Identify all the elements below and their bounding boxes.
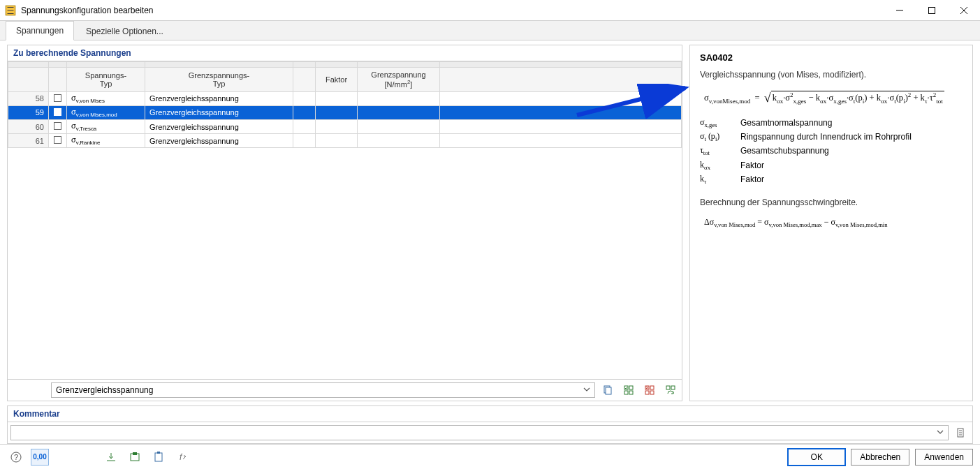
def-text: Faktor: [740, 174, 764, 184]
copy-list-button[interactable]: [599, 382, 616, 398]
svg-rect-5: [629, 386, 633, 389]
maximize-button[interactable]: [916, 0, 948, 21]
comment-section: Kommentar: [7, 405, 973, 444]
window-title: Spannungskonfiguration bearbeiten: [21, 6, 153, 15]
col-header-check: [49, 68, 67, 92]
limit-type-cell: Grenzvergleichsspannung: [145, 105, 293, 119]
svg-rect-19: [155, 453, 162, 461]
button-label: Anwenden: [924, 452, 964, 462]
table-row[interactable]: 61 σv,Rankine Grenzvergleichsspannung: [8, 134, 682, 148]
svg-rect-11: [650, 391, 654, 394]
svg-rect-6: [624, 391, 628, 394]
comment-library-button[interactable]: [953, 425, 970, 440]
svg-rect-12: [666, 386, 670, 389]
svg-rect-4: [624, 386, 628, 389]
help-description: Vergleichsspannung (von Mises, modifizie…: [700, 70, 963, 80]
stress-type-cell: σv,Rankine: [67, 134, 145, 148]
col-header-num: [8, 68, 49, 92]
comment-dropdown[interactable]: [10, 425, 949, 440]
row-number: 58: [8, 91, 49, 105]
check-all-button[interactable]: [620, 382, 637, 398]
def-text: Gesamtnormalspannung: [740, 118, 832, 128]
reset-button[interactable]: [662, 382, 679, 398]
col-header-faktor: Faktor: [316, 68, 358, 92]
help-code: SA0402: [700, 52, 963, 63]
ok-button[interactable]: OK: [788, 449, 845, 466]
col-header-rest: [440, 68, 682, 92]
row-number: 60: [8, 120, 49, 134]
table-row[interactable]: 59 σv,von Mises,mod Grenzvergleichsspann…: [8, 105, 682, 119]
import-button[interactable]: [102, 449, 120, 466]
col-header-lim: Grenzspannung[N/mm2]: [358, 68, 440, 92]
row-number: 59: [8, 105, 49, 119]
svg-rect-10: [645, 391, 649, 394]
panel-title: Zu berechnende Spannungen: [8, 45, 682, 61]
function-button[interactable]: f: [173, 449, 191, 466]
def-text: Ringspannung durch Innendruck im Rohrpro…: [740, 132, 912, 142]
limit-type-cell: Grenzvergleichsspannung: [145, 120, 293, 134]
limit-type-dropdown[interactable]: Grenzvergleichsspannung: [51, 382, 595, 398]
clipboard-button[interactable]: [149, 449, 168, 466]
titlebar: Spannungskonfiguration bearbeiten: [0, 0, 980, 21]
dialog-footer: ? 0,00 f OK Abbrechen Anwenden: [0, 444, 980, 469]
units-button[interactable]: 0,00: [31, 449, 49, 466]
svg-rect-7: [629, 391, 633, 394]
def-text: Faktor: [740, 161, 764, 170]
col-header-gap: [293, 68, 316, 92]
help-formula: σv,vonMises,mod = √ kσx·σ2x,ges − kσx·σx…: [704, 89, 963, 105]
row-number: 61: [8, 134, 49, 148]
cancel-button[interactable]: Abbrechen: [851, 449, 909, 466]
def-text: Gesamtschubspannung: [740, 146, 829, 156]
minimize-button[interactable]: [884, 0, 916, 21]
stress-config-panel: Zu berechnende Spannungen Spann: [7, 45, 682, 401]
col-header-limtyp: Grenzspannungs-Typ: [145, 68, 293, 92]
tabstrip: Spannungen Spezielle Optionen...: [0, 21, 980, 40]
limit-type-cell: Grenzvergleichsspannung: [145, 134, 293, 148]
uncheck-all-button[interactable]: [641, 382, 658, 398]
panel-toolbar: Grenzvergleichsspannung: [8, 379, 682, 401]
stress-type-cell: σv,Tresca: [67, 120, 145, 134]
chevron-down-icon: [583, 385, 590, 395]
row-checkbox[interactable]: [49, 91, 67, 105]
svg-text:f: f: [180, 452, 183, 462]
tab-label: Spezielle Optionen...: [86, 27, 163, 36]
tab-label: Spannungen: [16, 26, 64, 36]
dropdown-value: Grenzvergleichsspannung: [56, 385, 153, 395]
help-note: Berechnung der Spannungsschwingbreite.: [700, 198, 963, 207]
row-checkbox[interactable]: [49, 134, 67, 148]
table-row[interactable]: 58 σv,von Mises Grenzvergleichsspannung: [8, 91, 682, 105]
table-row[interactable]: 60 σv,Tresca Grenzvergleichsspannung: [8, 120, 682, 134]
row-checkbox[interactable]: [49, 120, 67, 134]
close-button[interactable]: [948, 0, 980, 21]
svg-rect-9: [650, 386, 654, 389]
svg-rect-20: [157, 452, 160, 454]
comment-title: Kommentar: [8, 406, 972, 422]
stress-type-cell: σv,von Mises,mod: [67, 105, 145, 119]
tab-spezielle-optionen[interactable]: Spezielle Optionen...: [75, 22, 174, 40]
svg-rect-1: [929, 7, 935, 13]
button-label: Abbrechen: [860, 452, 900, 462]
export-button[interactable]: [126, 449, 144, 466]
stress-grid[interactable]: Spannungs-Typ Grenzspannungs-Typ Faktor …: [8, 61, 682, 379]
row-checkbox[interactable]: [49, 105, 67, 119]
tab-spannungen[interactable]: Spannungen: [6, 21, 74, 40]
stress-type-cell: σv,von Mises: [67, 91, 145, 105]
col-header-typ: Spannungs-Typ: [67, 68, 145, 92]
help-panel: SA0402 Vergleichsspannung (von Mises, mo…: [689, 45, 973, 401]
help-formula-2: Δσv,von Mises,mod = σv,von Mises,mod,max…: [704, 217, 963, 228]
button-label: OK: [811, 452, 823, 462]
svg-rect-3: [606, 387, 611, 394]
chevron-down-icon: [937, 428, 944, 438]
symbol-definitions: σx,gesGesamtnormalspannung σt (pi)Ringsp…: [700, 117, 963, 186]
app-icon: [4, 4, 17, 17]
help-button[interactable]: ?: [7, 449, 25, 466]
limit-type-cell: Grenzvergleichsspannung: [145, 91, 293, 105]
apply-button[interactable]: Anwenden: [915, 449, 973, 466]
svg-rect-13: [671, 386, 675, 389]
svg-text:?: ?: [14, 453, 18, 461]
